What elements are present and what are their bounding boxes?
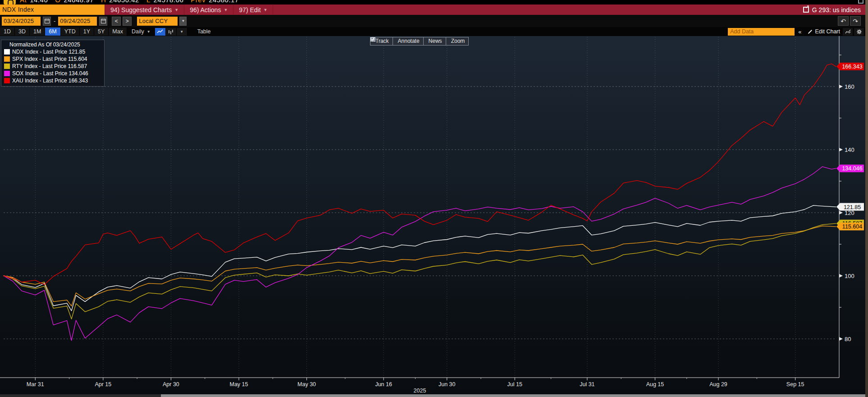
open-value: 24648.97 (64, 0, 94, 4)
date-to-input[interactable]: 09/24/2025 (58, 17, 97, 26)
news-button[interactable]: News (423, 37, 446, 46)
price-strip-text: At14:40O24648.97H24650.42L24578.06Prev24… (20, 0, 246, 4)
chart-area[interactable]: Mar 31Apr 15Apr 30May 15May 30Jun 16Jun … (0, 36, 865, 394)
edit-chart-button[interactable]: Edit Chart (805, 28, 843, 35)
legend-item-3[interactable]: SOX Index - Last Price 134.046 (4, 70, 101, 77)
price-badge-value: 115.604 (842, 224, 862, 230)
prev-label: Prev (191, 0, 206, 4)
x-axis-label: May 30 (297, 381, 316, 388)
undo-button[interactable]: ↶ (838, 16, 849, 26)
x-axis-label: May 15 (229, 381, 248, 388)
zoom-button[interactable]: Zoom (446, 37, 469, 46)
menu-item-1[interactable]: 96) Actions▼ (184, 5, 233, 15)
y-axis-label: 80 (845, 336, 851, 342)
annotate-button[interactable]: Annotate (393, 37, 424, 46)
legend-swatch (4, 78, 10, 83)
legend-item-1[interactable]: SPX Index - Last Price 115.604 (4, 56, 101, 62)
range-forward-button[interactable]: > (123, 17, 132, 26)
chart-canvas[interactable]: Mar 31Apr 15Apr 30May 15May 30Jun 16Jun … (0, 36, 865, 394)
time-label: At (20, 0, 27, 4)
calendar-from-icon[interactable] (43, 17, 51, 26)
annotate-label: Annotate (398, 38, 420, 44)
range-tab-1d[interactable]: 1D (0, 27, 15, 36)
range-tab-6m[interactable]: 6M (45, 27, 60, 36)
legend-item-0[interactable]: NDX Index - Last Price 121.85 (4, 49, 101, 55)
range-tabs: 1D3D1M6MYTD1Y5YMax (0, 27, 127, 36)
launch-external-icon[interactable] (803, 7, 809, 13)
gear-icon[interactable] (854, 28, 864, 36)
line-chart-type-button[interactable] (155, 28, 166, 36)
range-tab-max[interactable]: Max (109, 27, 127, 36)
series-rty (4, 224, 836, 319)
period-label: Daily (132, 28, 144, 35)
chevron-down-icon: ▼ (224, 8, 228, 12)
low-label: L (146, 0, 151, 4)
menu-item-label: 96) Actions (190, 6, 221, 14)
x-axis-label: Jun 30 (439, 381, 456, 388)
menu-item-label: 97) Edit (239, 6, 260, 14)
period-dropdown[interactable]: Daily ▼ (127, 27, 155, 36)
zoom-label: Zoom (451, 38, 465, 44)
pencil-icon (808, 29, 813, 34)
add-data-input[interactable]: Add Data (728, 28, 795, 36)
legend-swatch (4, 71, 10, 76)
chart-settings-icon[interactable] (843, 28, 853, 36)
legend-label: SOX Index - Last Price 134.046 (12, 70, 88, 77)
desktop-wallpaper-sliver (865, 0, 868, 397)
x-axis-label: Mar 31 (27, 381, 44, 388)
track-label: Track (375, 38, 389, 44)
chart-legend: Normalized As Of 03/24/2025NDX Index - L… (1, 40, 105, 87)
low-value: 24578.06 (154, 0, 184, 4)
collapse-panel-button[interactable]: « (795, 28, 805, 35)
menu-item-label: 94) Suggested Charts (110, 6, 172, 14)
series-ndx (4, 205, 836, 311)
menu-item-2[interactable]: 97) Edit▼ (233, 5, 273, 15)
date-range-separator: - (53, 18, 56, 24)
chevron-down-icon: ▼ (147, 30, 151, 34)
open-label: O (55, 0, 60, 4)
bottom-strip-right (161, 394, 865, 397)
price-badge-value: 134.046 (842, 165, 862, 172)
chart-title-label: G 293: us indices (812, 6, 861, 14)
chart-type-dropdown-icon[interactable]: ▼ (177, 28, 187, 36)
chart-toolbar-row: 1D3D1M6MYTD1Y5YMax Daily ▼ ▼ Table Add D… (0, 27, 865, 36)
currency-select[interactable]: Local CCY (137, 17, 178, 26)
chevron-down-icon: ▼ (264, 8, 268, 12)
legend-label: RTY Index - Last Price 116.587 (12, 63, 87, 69)
y-axis-label: 100 (845, 273, 854, 279)
chevron-down-icon: ▼ (174, 8, 178, 12)
table-button[interactable]: Table (192, 27, 216, 36)
range-tab-1y[interactable]: 1Y (80, 27, 94, 36)
legend-label: XAU Index - Last Price 166.343 (12, 78, 88, 84)
calendar-to-icon[interactable] (99, 17, 107, 26)
legend-item-4[interactable]: XAU Index - Last Price 166.343 (4, 78, 101, 84)
menu-items: 94) Suggested Charts▼96) Actions▼97) Edi… (105, 5, 273, 15)
range-back-button[interactable]: < (112, 17, 121, 26)
security-input[interactable]: NDX Index (0, 5, 105, 15)
bar-chart-type-button[interactable] (166, 28, 177, 36)
currency-dropdown-icon[interactable]: ▼ (179, 17, 187, 26)
range-tab-ytd[interactable]: YTD (61, 27, 80, 36)
high-label: H (101, 0, 106, 4)
bloomberg-terminal-window: At14:40O24648.97H24650.42L24578.06Prev24… (0, 0, 865, 397)
window-corner-icon[interactable] (858, 0, 863, 4)
date-from-input[interactable]: 03/24/2025 (2, 17, 41, 26)
controls-bar: 03/24/2025 - 09/24/2025 < > Local CCY ▼ … (0, 15, 865, 27)
series-spx (4, 226, 836, 306)
edit-chart-label: Edit Chart (815, 28, 840, 35)
x-axis-label: Jun 16 (375, 381, 392, 388)
redo-button[interactable]: ↷ (850, 16, 861, 26)
legend-title: Normalized As Of 03/24/2025 (4, 41, 101, 48)
legend-item-2[interactable]: RTY Index - Last Price 116.587 (4, 63, 101, 69)
price-strip: At14:40O24648.97H24650.42L24578.06Prev24… (0, 0, 865, 5)
legend-swatch (4, 56, 10, 62)
price-badge-value: 121.85 (844, 204, 861, 210)
menu-item-0[interactable]: 94) Suggested Charts▼ (105, 5, 184, 15)
x-axis-label: Jul 15 (507, 381, 522, 388)
menu-bar: NDX Index 94) Suggested Charts▼96) Actio… (0, 5, 865, 15)
range-tab-5y[interactable]: 5Y (94, 27, 109, 36)
news-label: News (429, 38, 442, 44)
range-tab-3d[interactable]: 3D (15, 27, 30, 36)
range-tab-1m[interactable]: 1M (30, 27, 45, 36)
legend-label: NDX Index - Last Price 121.85 (12, 49, 85, 55)
